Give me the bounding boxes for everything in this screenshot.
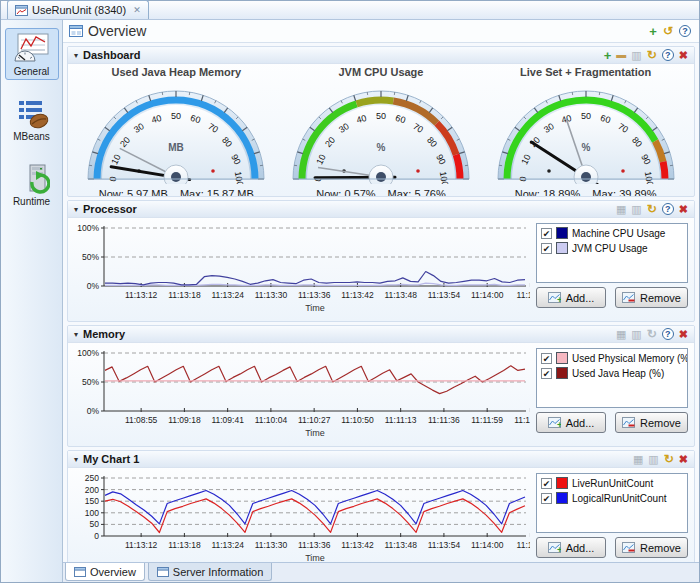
sidebar-item-runtime[interactable]: Runtime — [5, 158, 59, 210]
svg-text:11:10:50: 11:10:50 — [341, 415, 374, 425]
remove-attribute-button[interactable]: Remove — [615, 412, 688, 433]
section-title: Processor — [83, 203, 137, 215]
remove-gauge-icon[interactable]: ▬ — [616, 50, 626, 60]
gauge-max-value: Max: 15.87 MB — [180, 188, 254, 197]
accessibility-icon[interactable]: ▥ — [631, 50, 641, 61]
processor-header[interactable]: ▾ Processor ▦ ▥ ↻ ? ✖ — [68, 201, 694, 218]
page-title: Overview — [88, 23, 649, 39]
add-chart-icon[interactable]: + — [649, 25, 657, 38]
svg-text:11:13:42: 11:13:42 — [341, 540, 374, 550]
sidebar-item-label: MBeans — [13, 131, 50, 142]
close-section-icon[interactable]: ✖ — [679, 50, 688, 61]
collapse-twistie-icon[interactable]: ▾ — [74, 51, 78, 60]
legend-checkbox[interactable]: ✔ — [541, 353, 552, 364]
series-color-swatch — [556, 352, 568, 364]
svg-text:0%: 0% — [87, 406, 100, 416]
sidebar: General MBeans — [1, 20, 63, 582]
legend-checkbox[interactable]: ✔ — [541, 493, 552, 504]
svg-text:0%: 0% — [87, 281, 100, 291]
close-section-icon[interactable]: ✖ — [679, 329, 688, 340]
collapse-twistie-icon[interactable]: ▾ — [74, 455, 78, 464]
sidebar-item-label: General — [14, 66, 50, 77]
legend-item[interactable]: ✔Used Physical Memory (%) — [541, 352, 683, 364]
dashboard-header[interactable]: ▾ Dashboard + ▬ ▥ ↻ ? ✖ — [68, 47, 694, 64]
help-icon[interactable]: ? — [662, 203, 674, 215]
svg-text:11:13:54: 11:13:54 — [428, 290, 461, 300]
memory-legend: ✔Used Physical Memory (%)✔Used Java Heap… — [536, 348, 688, 408]
series-color-swatch — [556, 227, 568, 239]
my-chart-header[interactable]: ▾ My Chart 1 ▦ ▥ ↻ ✖ — [68, 451, 694, 468]
close-section-icon[interactable]: ✖ — [679, 204, 688, 215]
svg-text:11:13:30: 11:13:30 — [255, 540, 288, 550]
reset-to-default-icon[interactable]: ↺ — [663, 25, 673, 37]
freeze-chart-icon[interactable]: ▦ — [616, 329, 626, 340]
legend-checkbox[interactable]: ✔ — [541, 368, 552, 379]
add-chart-icon: + — [548, 292, 561, 303]
svg-text:100: 100 — [438, 171, 450, 184]
section-memory: ▾ Memory ▦ ▥ ↻ ? ✖ 0%50%100%11:08:5511:0… — [67, 325, 695, 447]
legend-checkbox[interactable]: ✔ — [541, 478, 552, 489]
svg-text:11:13:54: 11:13:54 — [428, 540, 461, 550]
svg-text:MB: MB — [169, 142, 185, 153]
svg-text:11:13:24: 11:13:24 — [211, 540, 244, 550]
memory-header[interactable]: ▾ Memory ▦ ▥ ↻ ? ✖ — [68, 326, 694, 343]
svg-text:100: 100 — [233, 171, 245, 184]
mbeans-icon — [14, 98, 50, 130]
svg-text:100: 100 — [85, 508, 99, 518]
svg-text:50: 50 — [90, 519, 100, 529]
remove-attribute-button[interactable]: Remove — [615, 287, 688, 308]
refresh-icon[interactable]: ↻ — [664, 453, 674, 465]
close-section-icon[interactable]: ✖ — [679, 454, 688, 465]
svg-text:11:11:59: 11:11:59 — [471, 415, 503, 425]
svg-text:100%: 100% — [77, 223, 99, 233]
tab-userununit[interactable]: UseRunUnit (8340) ✕ — [7, 0, 149, 19]
freeze-chart-icon[interactable]: ▦ — [616, 204, 626, 215]
close-tab-icon[interactable]: ✕ — [133, 5, 141, 15]
collapse-twistie-icon[interactable]: ▾ — [74, 205, 78, 214]
tab-server-information[interactable]: Server Information — [148, 563, 272, 581]
editor-area: Overview + ↺ ? ▾ Dashboard + ▬ — [63, 20, 699, 582]
svg-text:%: % — [581, 142, 590, 153]
remove-chart-icon — [622, 417, 635, 428]
gauge-title: Used Java Heap Memory — [112, 66, 242, 78]
svg-text:11:09:18: 11:09:18 — [168, 415, 201, 425]
help-icon[interactable]: ? — [662, 328, 674, 340]
accessibility-icon[interactable]: ▥ — [648, 454, 658, 465]
gauge-dial: 0102030405060708090100% — [488, 78, 684, 188]
legend-checkbox[interactable]: ✔ — [541, 243, 552, 254]
refresh-icon[interactable]: ↻ — [647, 49, 657, 61]
sidebar-item-general[interactable]: General — [5, 28, 59, 80]
svg-text:11:11:36: 11:11:36 — [428, 415, 460, 425]
accessibility-icon[interactable]: ▥ — [631, 204, 641, 215]
add-attribute-button[interactable]: + Add... — [536, 412, 606, 433]
refresh-icon[interactable]: ↻ — [647, 203, 657, 215]
legend-checkbox[interactable]: ✔ — [541, 228, 552, 239]
help-icon[interactable]: ? — [679, 25, 691, 37]
gauge-title: Live Set + Fragmentation — [520, 66, 651, 78]
svg-text:50: 50 — [581, 111, 591, 121]
legend-item[interactable]: ✔JVM CPU Usage — [541, 242, 683, 254]
svg-text:11:11:13: 11:11:13 — [385, 415, 417, 425]
add-gauge-icon[interactable]: + — [604, 49, 612, 62]
svg-text:11:08:55: 11:08:55 — [125, 415, 158, 425]
remove-attribute-button[interactable]: Remove — [615, 537, 688, 558]
legend-item[interactable]: ✔Used Java Heap (%) — [541, 367, 683, 379]
help-icon[interactable]: ? — [662, 49, 674, 61]
accessibility-icon[interactable]: ▥ — [631, 329, 641, 340]
legend-item[interactable]: ✔LiveRunUnitCount — [541, 477, 683, 489]
legend-item[interactable]: ✔Machine CPU Usage — [541, 227, 683, 239]
add-attribute-button[interactable]: + Add... — [536, 287, 606, 308]
remove-chart-icon — [622, 292, 635, 303]
series-label: Used Physical Memory (%) — [572, 353, 688, 364]
svg-text:50: 50 — [171, 111, 181, 121]
sidebar-item-mbeans[interactable]: MBeans — [5, 93, 59, 145]
legend-item[interactable]: ✔LogicalRunUnitCount — [541, 492, 683, 504]
freeze-chart-icon[interactable]: ▦ — [633, 454, 643, 465]
svg-text:11:14:0: 11:14:0 — [517, 540, 530, 550]
svg-text:11:13:18: 11:13:18 — [168, 540, 201, 550]
svg-text:+: + — [557, 295, 561, 304]
tab-overview[interactable]: Overview — [65, 563, 145, 581]
collapse-twistie-icon[interactable]: ▾ — [74, 330, 78, 339]
add-attribute-button[interactable]: + Add... — [536, 537, 606, 558]
section-processor: ▾ Processor ▦ ▥ ↻ ? ✖ 0%50%100%11:13:121… — [67, 200, 695, 322]
